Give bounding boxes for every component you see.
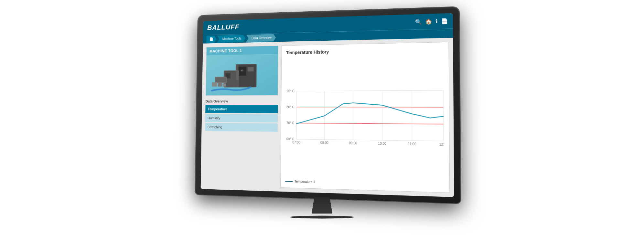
brand-logo: BALLUFF xyxy=(207,23,239,32)
nav-icons: 🔍 🏠 ℹ 📄 xyxy=(415,18,448,25)
chart-svg: 90° C 80° C 70° C 60° C xyxy=(285,56,445,181)
svg-text:80° C: 80° C xyxy=(286,105,294,109)
breadcrumb-data-overview[interactable]: Data Overview xyxy=(246,34,276,42)
svg-rect-5 xyxy=(248,67,254,72)
data-overview-title: Data Overview xyxy=(206,98,278,105)
chart-area: 90° C 80° C 70° C 60° C xyxy=(285,56,445,181)
svg-line-30 xyxy=(443,90,444,141)
svg-rect-13 xyxy=(218,83,222,87)
breadcrumb-machine-tools[interactable]: Machine Tools xyxy=(217,35,245,43)
document-icon[interactable]: 📄 xyxy=(441,18,448,24)
svg-text:12:00: 12:00 xyxy=(439,142,444,146)
svg-rect-14 xyxy=(222,83,226,87)
data-item-temperature[interactable]: Temperature xyxy=(205,105,278,113)
svg-rect-15 xyxy=(236,65,239,80)
right-panel: Temperature History 90° C 80° C 70° C 60… xyxy=(280,42,450,193)
svg-text:70° C: 70° C xyxy=(286,121,294,125)
svg-text:02: 02 xyxy=(241,69,243,72)
legend-label: Temperature 1 xyxy=(295,180,315,184)
info-icon[interactable]: ℹ xyxy=(435,18,438,25)
machine-image: 02 xyxy=(206,54,278,95)
monitor-stand-neck xyxy=(309,197,335,214)
left-panel: MACHINE TOOL 1 xyxy=(204,46,278,188)
legend-line xyxy=(285,181,293,182)
monitor-body: BALLUFF 🔍 🏠 ℹ 📄 📄 Machine Tools xyxy=(195,7,461,204)
svg-line-26 xyxy=(324,91,325,140)
svg-line-24 xyxy=(296,139,444,141)
machine-svg: 02 xyxy=(206,54,278,95)
svg-line-21 xyxy=(297,90,443,91)
data-item-humidity[interactable]: Humidity xyxy=(205,114,278,122)
screen-content: BALLUFF 🔍 🏠 ℹ 📄 📄 Machine Tools xyxy=(201,13,454,197)
monitor-stand-base xyxy=(290,216,354,219)
svg-text:07:00: 07:00 xyxy=(292,141,300,144)
main-content: MACHINE TOOL 1 xyxy=(201,38,454,197)
machine-card: MACHINE TOOL 1 xyxy=(206,46,278,96)
screen-bezel: BALLUFF 🔍 🏠 ℹ 📄 📄 Machine Tools xyxy=(201,13,454,197)
svg-text:08:00: 08:00 xyxy=(320,141,328,145)
svg-text:09:00: 09:00 xyxy=(349,141,357,145)
svg-line-25 xyxy=(296,91,297,139)
svg-text:90° C: 90° C xyxy=(287,89,295,93)
chart-legend: Temperature 1 xyxy=(285,179,445,187)
data-item-stretching[interactable]: Stretching xyxy=(205,123,278,132)
breadcrumb-home[interactable]: 📄 xyxy=(206,36,216,43)
monitor: BALLUFF 🔍 🏠 ℹ 📄 📄 Machine Tools xyxy=(189,11,455,230)
chart-title: Temperature History xyxy=(286,47,444,55)
search-icon[interactable]: 🔍 xyxy=(415,18,422,25)
svg-text:10:00: 10:00 xyxy=(378,142,386,146)
svg-rect-12 xyxy=(212,82,217,87)
home-icon[interactable]: 🏠 xyxy=(425,18,432,25)
svg-rect-11 xyxy=(215,77,226,82)
svg-line-32 xyxy=(296,123,444,124)
data-overview-section: Data Overview Temperature Humidity Stret… xyxy=(205,98,278,132)
svg-text:11:00: 11:00 xyxy=(408,142,416,146)
